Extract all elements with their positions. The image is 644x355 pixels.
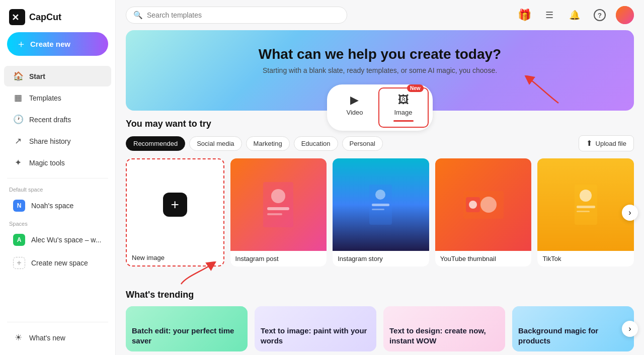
new-image-card-bg: +	[127, 159, 223, 250]
template-card-new-image[interactable]: + New image	[126, 158, 224, 267]
svg-rect-9	[372, 209, 384, 210]
sun-icon: ☀	[13, 332, 23, 343]
sidebar-item-whats-new[interactable]: ☀ What's new	[4, 327, 111, 348]
ig-post-label: Instagram post	[230, 251, 327, 267]
svg-point-15	[580, 190, 592, 202]
template-grid-next-button[interactable]: ›	[622, 205, 638, 221]
sidebar-item-magic-tools[interactable]: ✦ Magic tools	[4, 152, 111, 173]
gift-icon: 🎁	[518, 9, 531, 22]
video-tab-icon: ▶	[350, 94, 359, 107]
image-tab-icon: 🖼	[398, 94, 409, 107]
search-icon: 🔍	[133, 11, 143, 20]
trending-section: What's trending Batch edit: your perfect…	[116, 290, 644, 351]
template-card-yt-thumb[interactable]: YouTube thumbnail	[435, 158, 532, 267]
svg-rect-8	[372, 204, 389, 206]
image-tab-label: Image	[394, 109, 412, 116]
filter-recommended[interactable]: Recommended	[126, 136, 185, 151]
svg-rect-17	[577, 211, 590, 212]
create-new-button[interactable]: ＋ Create new	[7, 32, 108, 56]
home-icon: 🏠	[13, 71, 23, 81]
divider	[7, 178, 108, 179]
tiktok-label: TikTok	[537, 251, 634, 267]
hero-title: What can we help you create today?	[136, 46, 624, 62]
trending-text-design-title: Text to design: create now, instant WOW	[389, 326, 499, 345]
new-badge: New	[407, 84, 424, 92]
svg-rect-16	[577, 206, 595, 208]
trending-grid: Batch edit: your perfect time saver Text…	[126, 306, 634, 351]
upload-file-button[interactable]: ⬆ Upload file	[579, 135, 634, 151]
templates-icon: ▦	[13, 93, 23, 103]
sidebar-bottom: ☀ What's new	[0, 313, 115, 355]
sidebar-item-share-history[interactable]: ↗ Share history	[4, 131, 111, 151]
svg-point-3	[271, 189, 285, 203]
red-arrow-to-image	[523, 75, 564, 106]
trending-batch-title: Batch edit: your perfect time saver	[132, 326, 242, 345]
trending-bg-magic-title: Background magic for products	[518, 326, 628, 345]
svg-point-13	[469, 201, 477, 209]
sidebar-item-recent-drafts[interactable]: 🕐 Recent drafts	[4, 109, 111, 130]
ig-story-label: Instagram story	[333, 251, 429, 267]
svg-point-7	[375, 190, 385, 200]
capcut-logo-icon: ✕	[9, 9, 25, 25]
magic-icon: ✦	[13, 157, 23, 168]
hero-subtitle: Starting with a blank slate, ready templ…	[136, 66, 624, 74]
svg-rect-4	[267, 207, 289, 210]
help-button[interactable]: ?	[591, 6, 609, 24]
gift-button[interactable]: 🎁	[515, 6, 533, 24]
filter-marketing[interactable]: Marketing	[246, 136, 290, 151]
filter-education[interactable]: Education	[294, 136, 338, 151]
svg-text:✕: ✕	[12, 13, 19, 23]
tab-image[interactable]: New 🖼 Image	[378, 87, 429, 128]
tiktok-img	[537, 158, 634, 251]
clock-icon: 🕐	[13, 114, 23, 125]
section-title-trending: What's trending	[126, 290, 634, 300]
sidebar-item-templates[interactable]: ▦ Templates	[4, 87, 111, 108]
logo-text: CapCut	[29, 12, 61, 23]
sidebar-item-create-space[interactable]: + Create new space	[4, 252, 111, 274]
ig-post-img	[230, 158, 327, 251]
search-bar[interactable]: 🔍	[126, 7, 347, 24]
trending-card-bg-magic[interactable]: Background magic for products	[512, 306, 634, 351]
svg-point-11	[480, 197, 497, 213]
trending-text-image-title: Text to image: paint with your words	[261, 326, 370, 345]
template-card-ig-post[interactable]: Instagram post	[230, 158, 327, 267]
main-content: 🔍 🎁 ☰ 🔔 ? What can we help you create to…	[116, 0, 644, 355]
new-image-plus-icon: +	[163, 193, 187, 217]
header-icons: 🎁 ☰ 🔔 ?	[515, 6, 634, 24]
sidebar-item-start[interactable]: 🏠 Start	[4, 66, 111, 86]
sidebar-item-noah-space[interactable]: N Noah's space	[4, 195, 111, 217]
trending-card-text-to-design[interactable]: Text to design: create now, instant WOW	[383, 306, 505, 351]
sidebar: ✕ CapCut ＋ Create new 🏠 Start ▦ Template…	[0, 0, 116, 355]
template-card-tiktok[interactable]: TikTok	[537, 158, 634, 267]
bell-button[interactable]: 🔔	[566, 6, 584, 24]
trending-card-batch-edit[interactable]: Batch edit: your perfect time saver	[126, 306, 248, 351]
plus-icon: ＋	[16, 37, 26, 51]
filter-personal[interactable]: Personal	[342, 136, 383, 151]
trending-next-button[interactable]: ›	[622, 321, 638, 337]
sidebar-item-alec-space[interactable]: A Alec Wu's space – w...	[4, 229, 111, 251]
alec-avatar: A	[13, 234, 25, 246]
you-may-want-section: You may want to try Recommended Social m…	[116, 119, 644, 267]
user-avatar[interactable]	[616, 6, 634, 24]
video-tab-label: Video	[346, 109, 363, 116]
nav-items: 🏠 Start ▦ Templates 🕐 Recent drafts ↗ Sh…	[0, 63, 115, 313]
search-input[interactable]	[147, 11, 340, 19]
trending-card-text-to-image[interactable]: Text to image: paint with your words	[255, 306, 376, 351]
logo: ✕ CapCut	[0, 0, 115, 32]
hero-banner: What can we help you create today? Start…	[126, 30, 634, 111]
help-icon: ?	[594, 9, 606, 21]
filter-tabs: Recommended Social media Marketing Educa…	[126, 135, 634, 151]
menu-button[interactable]: ☰	[540, 6, 558, 24]
share-icon: ↗	[13, 136, 23, 146]
active-tab-underline	[393, 120, 414, 122]
bell-icon: 🔔	[569, 10, 580, 21]
noah-avatar: N	[13, 200, 25, 212]
template-card-ig-story[interactable]: Instagram story	[333, 158, 429, 267]
menu-icon: ☰	[545, 10, 553, 21]
filter-social-media[interactable]: Social media	[189, 136, 242, 151]
create-space-icon: +	[13, 257, 25, 269]
bottom-divider	[7, 322, 108, 322]
ig-story-img	[333, 158, 429, 251]
yt-thumb-img	[435, 158, 532, 251]
tab-video[interactable]: ▶ Video	[331, 87, 378, 128]
